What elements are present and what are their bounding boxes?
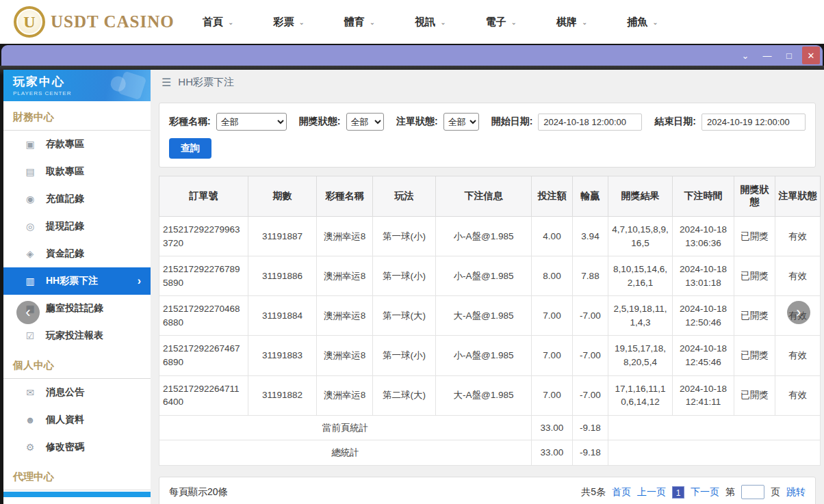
cell-time: 2024-10-18 12:50:46 xyxy=(673,296,734,336)
sidebar-item-player-bet-report[interactable]: ☑ 玩家投注報表 xyxy=(3,322,151,349)
cell-lottery: 澳洲幸运8 xyxy=(317,375,373,415)
window-titlebar: ⌄ — □ ✕ xyxy=(1,45,823,66)
hamburger-menu-icon[interactable]: ☰ xyxy=(162,76,171,89)
nav-item-lottery[interactable]: 彩票⌄ xyxy=(273,16,304,29)
logo[interactable]: U USDT CASINO xyxy=(14,6,178,38)
chevron-right-icon: › xyxy=(138,275,141,287)
order-status-label: 注單狀態: xyxy=(396,116,438,128)
nav-item-fishing[interactable]: 捕魚⌄ xyxy=(627,16,658,29)
prev-page-link[interactable]: 上一页 xyxy=(637,486,666,499)
cell-play: 第一球(小) xyxy=(373,217,436,256)
jump-button[interactable]: 跳转 xyxy=(786,486,806,499)
lottery-name-label: 彩種名稱: xyxy=(169,116,211,128)
start-date-input[interactable] xyxy=(538,114,642,131)
jump-suffix-label: 页 xyxy=(771,486,780,499)
sidebar-item-label: 廳室投註記錄 xyxy=(46,302,103,315)
minimize-icon[interactable]: — xyxy=(758,47,776,64)
gear-icon: ⚙ xyxy=(24,442,36,453)
draw-status-select[interactable]: 全部 xyxy=(346,113,384,131)
cell-order-status: 有效 xyxy=(775,217,821,256)
page-title: HH彩票下注 xyxy=(178,76,234,89)
end-date-input[interactable] xyxy=(701,114,806,131)
funds-record-icon: ◈ xyxy=(24,248,36,259)
cell-draw-status: 已開獎 xyxy=(734,256,775,296)
cell-order-status: 有效 xyxy=(775,375,821,415)
total-count-text: 共5条 xyxy=(581,486,606,499)
table-header-row: 訂單號 期數 彩種名稱 玩法 下注信息 投注額 輸贏 開獎結果 下注時間 開獎狀… xyxy=(159,176,821,217)
jump-page-input[interactable] xyxy=(741,485,764,499)
sidebar-item-deposit[interactable]: ▣ 存款專區 xyxy=(3,131,151,158)
cell-order-status: 有效 xyxy=(775,336,821,375)
cell-winloss: 7.88 xyxy=(573,256,608,296)
chevron-down-icon: ⌄ xyxy=(511,18,517,26)
cell-order: 2152172922799633720 xyxy=(159,217,248,256)
cell-winloss: -7.00 xyxy=(573,336,608,375)
announcement-icon: ✉ xyxy=(24,387,36,398)
collapse-icon[interactable]: ⌄ xyxy=(736,47,754,64)
order-status-select[interactable]: 全部 xyxy=(443,113,479,131)
cell-lottery: 澳洲幸运8 xyxy=(317,336,373,375)
cell-amount: 4.00 xyxy=(532,217,573,256)
current-page-badge[interactable]: 1 xyxy=(672,486,684,499)
table-row: 2152172922799633720 31191887 澳洲幸运8 第一球(小… xyxy=(159,217,821,256)
summary-label: 當前頁統計 xyxy=(159,415,532,440)
page-summary-row: 當前頁統計 33.00 -9.18 xyxy=(159,415,821,440)
summary-amount: 33.00 xyxy=(532,440,573,466)
cell-period: 31191887 xyxy=(248,217,317,256)
pagination-bar: 每頁顯示20條 共5条 首页 上一页 1 下一页 第 页 跳转 xyxy=(159,477,816,504)
nav-item-slots[interactable]: 電子⌄ xyxy=(486,16,517,29)
lottery-name-select[interactable]: 全部 xyxy=(216,113,287,131)
cell-result: 2,5,19,18,11,1,4,3 xyxy=(608,296,673,336)
sidebar-item-profile[interactable]: ☻ 個人資料 xyxy=(3,406,151,434)
col-bet-amount: 投注額 xyxy=(532,176,573,217)
next-page-link[interactable]: 下一页 xyxy=(691,486,719,499)
recharge-icon: ◉ xyxy=(24,194,36,204)
scroll-left-button[interactable]: ‹ xyxy=(16,301,40,324)
nav-item-home[interactable]: 首頁⌄ xyxy=(203,16,233,29)
cell-result: 17,1,16,11,10,6,14,12 xyxy=(608,375,673,415)
cell-bet: 小-A盤@1.985 xyxy=(436,336,532,375)
app-body: 玩家中心 PLAYERS CENTER 財務中心 ▣ 存款專區 ▤ 取款專區 ◉… xyxy=(0,66,824,504)
nav-item-boardgames[interactable]: 棋牌⌄ xyxy=(556,16,587,29)
filter-panel: 彩種名稱: 全部 開獎狀態: 全部 注單狀態: 全部 開始日期: 結束日期: 查… xyxy=(159,103,816,168)
page-size-text: 每頁顯示20條 xyxy=(169,486,228,499)
cell-result: 8,10,15,14,6,2,16,1 xyxy=(608,256,673,296)
pager: 共5条 首页 上一页 1 下一页 第 页 跳转 xyxy=(581,485,806,499)
withdrawal-record-icon: ◎ xyxy=(24,221,36,232)
sidebar-item-hh-lottery-bets[interactable]: ▥ HH彩票下注 › xyxy=(3,267,151,295)
sidebar-item-withdrawal-record[interactable]: ◎ 提現記錄 xyxy=(3,213,151,240)
sidebar-item-recharge-record[interactable]: ◉ 充值記錄 xyxy=(3,185,151,213)
col-draw-status: 開獎狀態 xyxy=(734,176,775,217)
start-date-label: 開始日期: xyxy=(491,116,533,128)
col-win-loss: 輸贏 xyxy=(573,176,608,217)
sidebar-item-withdraw[interactable]: ▤ 取款專區 xyxy=(3,158,151,185)
cell-play: 第一球(小) xyxy=(373,256,436,296)
sidebar-item-announcements[interactable]: ✉ 消息公告 xyxy=(3,379,151,406)
cell-winloss: -7.00 xyxy=(573,296,608,336)
cell-time: 2024-10-18 13:06:36 xyxy=(673,217,734,256)
nav-item-video[interactable]: 視訊⌄ xyxy=(415,16,446,29)
col-bet-time: 下注時間 xyxy=(673,176,734,217)
main-menu: 首頁⌄ 彩票⌄ 體育⌄ 視訊⌄ 電子⌄ 棋牌⌄ 捕魚⌄ xyxy=(203,16,658,29)
cell-amount: 8.00 xyxy=(532,256,573,296)
col-order-status: 注單狀態 xyxy=(775,176,821,217)
search-button[interactable]: 查詢 xyxy=(169,138,211,159)
sidebar-item-change-password[interactable]: ⚙ 修改密碼 xyxy=(3,434,151,461)
sidebar-item-label: 玩家投注報表 xyxy=(46,330,103,342)
cell-lottery: 澳洲幸运8 xyxy=(317,217,373,256)
col-period: 期數 xyxy=(248,176,317,217)
nav-item-sports[interactable]: 體育⌄ xyxy=(344,16,375,29)
maximize-icon[interactable]: □ xyxy=(780,47,798,64)
cell-bet: 大-A盤@1.985 xyxy=(436,375,532,415)
cell-time: 2024-10-18 12:45:46 xyxy=(673,336,734,375)
col-bet-info: 下注信息 xyxy=(436,176,532,217)
end-date-label: 結束日期: xyxy=(654,116,696,128)
logo-text: USDT CASINO xyxy=(51,12,175,31)
cell-draw-status: 已開獎 xyxy=(734,336,775,375)
cell-amount: 7.00 xyxy=(532,336,573,375)
scroll-right-button[interactable]: › xyxy=(787,301,810,324)
close-icon[interactable]: ✕ xyxy=(802,47,820,64)
cell-period: 31191882 xyxy=(248,375,317,415)
sidebar-item-funds-record[interactable]: ◈ 資金記錄 xyxy=(3,240,151,267)
first-page-link[interactable]: 首页 xyxy=(612,486,631,499)
